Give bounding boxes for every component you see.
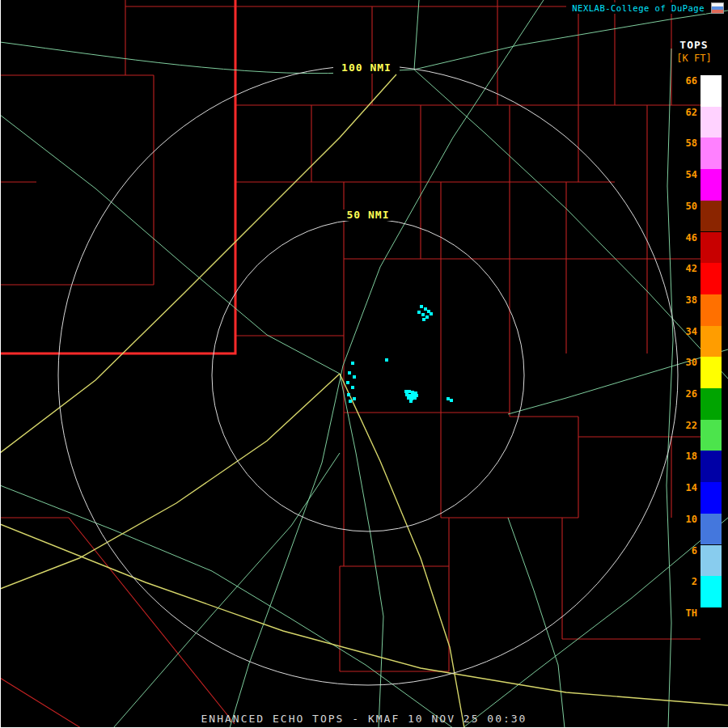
radar-echo-pixel	[421, 313, 425, 316]
legend-entry-label: TH	[675, 607, 700, 619]
range-ring-50nmi	[212, 219, 524, 531]
radar-echo-pixel	[346, 381, 349, 384]
legend-entry: 26	[675, 388, 725, 420]
legend-entry-swatch	[700, 169, 722, 201]
cod-logo-icon	[711, 2, 724, 14]
legend-entry-label: 42	[675, 263, 700, 274]
legend-colorbar: 66625854504642383430262218141062TH	[675, 75, 725, 640]
legend-entry-swatch	[700, 138, 722, 169]
radar-echo-pixel	[422, 318, 425, 321]
radar-echo-pixel	[450, 399, 453, 402]
legend-entry-label: 66	[675, 75, 700, 87]
legend-entry-swatch	[700, 607, 722, 639]
radar-echo-pixel	[420, 305, 423, 308]
legend-entry: 18	[675, 451, 725, 482]
legend-entry: 22	[675, 420, 725, 451]
legend-entry-swatch	[700, 482, 722, 514]
state-border-layer	[0, 0, 235, 353]
legend-entry-swatch	[700, 545, 722, 577]
legend-entry-swatch	[700, 75, 722, 107]
header-brand: NEXLAB-College of DuPage	[570, 2, 724, 14]
legend-entry-label: 54	[675, 169, 700, 180]
legend-entry: 6	[675, 545, 725, 577]
radar-echo-pixel	[349, 400, 352, 403]
range-ring-label-100nmi: 100 NMI	[333, 62, 400, 74]
frame-left-line	[0, 0, 1, 728]
roads-layer	[0, 0, 728, 728]
legend-entry: 50	[675, 201, 725, 232]
legend-entry: 46	[675, 232, 725, 264]
radar-echo-pixel	[353, 375, 356, 379]
radar-echo-pixel	[347, 393, 350, 396]
radar-echo-pixel	[411, 391, 414, 394]
legend-entry-swatch	[700, 326, 722, 358]
radar-echo-pixel	[430, 312, 433, 315]
radar-echo-pixel	[424, 307, 427, 311]
legend-entry-swatch	[700, 514, 722, 545]
legend-entry-swatch	[700, 294, 722, 326]
county-lines-layer	[0, 0, 700, 728]
footer-product-title: ENHANCED ECHO TOPS - KMAF 10 NOV 25 00:3…	[0, 713, 728, 725]
radar-echo-pixel	[351, 386, 354, 389]
legend-entry-label: 6	[675, 545, 700, 557]
legend-entry-swatch	[700, 576, 722, 607]
legend-entry: TH	[675, 607, 725, 639]
legend-entry: 2	[675, 576, 725, 607]
brand-text: NEXLAB-College of DuPage	[570, 2, 706, 14]
legend-title: TOPS	[663, 39, 725, 51]
legend-entry-label: 14	[675, 482, 700, 493]
legend-entry-swatch	[700, 107, 722, 138]
radar-echo-pixel	[413, 396, 417, 400]
legend-entry: 34	[675, 326, 725, 358]
legend-entry: 38	[675, 294, 725, 326]
legend-entry-swatch	[700, 388, 722, 420]
legend-unit: [K FT]	[663, 53, 725, 64]
radar-echo-layer	[346, 305, 453, 403]
radar-echo-pixel	[408, 390, 411, 393]
radar-echo-pixel	[351, 362, 354, 365]
legend-entry: 66	[675, 75, 725, 107]
radar-echo-pixel	[425, 315, 429, 319]
radar-echo-pixel	[447, 397, 450, 400]
radar-echo-pixel	[409, 400, 413, 403]
legend-entry-label: 50	[675, 201, 700, 212]
legend-entry-label: 58	[675, 138, 700, 149]
legend-entry-label: 38	[675, 294, 700, 306]
legend-entry: 62	[675, 107, 725, 138]
radar-map	[0, 0, 728, 728]
legend-entry-swatch	[700, 357, 722, 388]
legend-entry: 30	[675, 357, 725, 388]
range-ring-label-50nmi: 50 NMI	[340, 210, 396, 221]
highways-layer	[0, 74, 728, 728]
legend-entry-swatch	[700, 201, 722, 232]
legend-header: TOPS [K FT]	[663, 39, 725, 64]
legend-entry-label: 18	[675, 451, 700, 462]
legend-entry-swatch	[700, 420, 722, 451]
radar-screen: 100 NMI 50 NMI NEXLAB-College of DuPage …	[0, 0, 728, 728]
legend-entry-label: 26	[675, 388, 700, 400]
legend-entry-label: 62	[675, 107, 700, 118]
legend-entry: 42	[675, 263, 725, 294]
legend-entry-swatch	[700, 263, 722, 294]
radar-echo-pixel	[407, 396, 410, 400]
legend-entry: 10	[675, 514, 725, 545]
legend-entry-label: 2	[675, 576, 700, 587]
legend-entry-label: 34	[675, 326, 700, 337]
range-rings-layer	[58, 66, 678, 685]
legend-entry-label: 46	[675, 232, 700, 243]
radar-echo-pixel	[348, 371, 351, 375]
legend-entry-swatch	[700, 232, 722, 264]
legend-entry: 14	[675, 482, 725, 514]
radar-echo-pixel	[417, 311, 421, 314]
radar-echo-pixel	[405, 393, 408, 396]
radar-echo-pixel	[404, 390, 408, 393]
legend-entry-swatch	[700, 451, 722, 482]
legend-entry: 54	[675, 169, 725, 201]
radar-echo-pixel	[385, 358, 388, 362]
legend-entry-label: 10	[675, 514, 700, 525]
legend-entry: 58	[675, 138, 725, 169]
range-ring-100nmi	[58, 66, 678, 685]
legend-entry-label: 22	[675, 420, 700, 431]
radar-echo-pixel	[353, 397, 356, 400]
legend-entry-label: 30	[675, 357, 700, 368]
